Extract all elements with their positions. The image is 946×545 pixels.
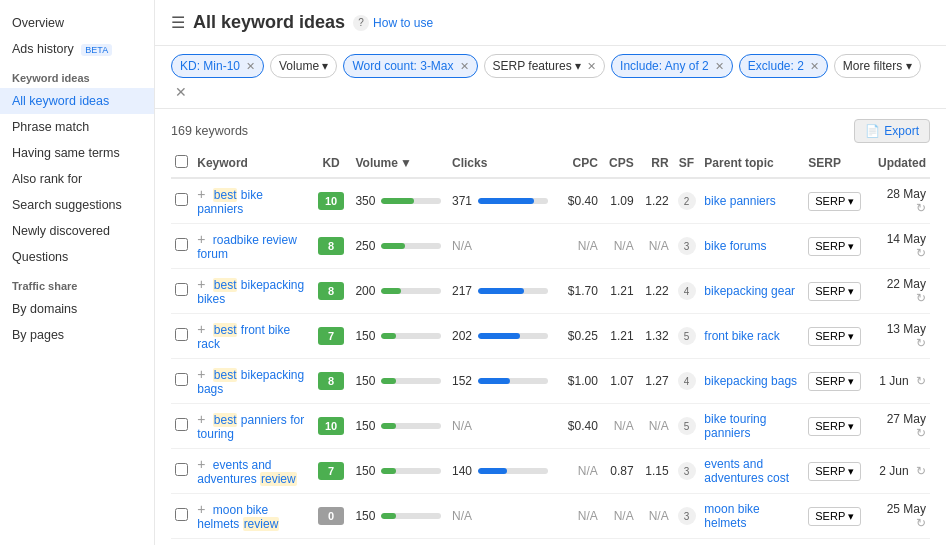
sidebar-item-overview[interactable]: Overview [0,10,154,36]
keyword-link[interactable]: best bikepacking bikes [197,278,304,306]
row-checkbox[interactable] [175,283,188,296]
sidebar-item-ads-history[interactable]: Ads history BETA [0,36,154,62]
filter-chip-include[interactable]: Include: Any of 2 ✕ [611,54,733,78]
sidebar-item-by-domains[interactable]: By domains [0,296,154,322]
add-keyword-button[interactable]: + [197,186,205,202]
col-header-parent-topic[interactable]: Parent topic [700,149,804,178]
hamburger-icon[interactable]: ☰ [171,13,185,32]
sidebar-item-by-pages[interactable]: By pages [0,322,154,348]
cpc-cell: N/A [559,449,602,494]
sf-badge[interactable]: 5 [678,327,696,345]
col-header-updated[interactable]: Updated [868,149,930,178]
refresh-icon[interactable]: ↻ [916,516,926,530]
col-header-keyword[interactable]: Keyword [193,149,310,178]
keyword-link[interactable]: best bikepacking bags [197,368,304,396]
filter-chip-kd-remove[interactable]: ✕ [246,60,255,73]
help-link[interactable]: ? How to use [353,15,433,31]
sf-badge[interactable]: 3 [678,237,696,255]
parent-topic-link[interactable]: bike forums [704,239,766,253]
serp-cell: SERP ▾ [804,359,868,404]
parent-topic-link[interactable]: moon bike helmets [704,502,759,530]
refresh-icon[interactable]: ↻ [916,291,926,305]
row-checkbox[interactable] [175,463,188,476]
serp-button[interactable]: SERP ▾ [808,507,861,526]
filter-chip-include-remove[interactable]: ✕ [715,60,724,73]
sidebar-item-search-suggestions[interactable]: Search suggestions [0,192,154,218]
parent-topic-link[interactable]: bikepacking gear [704,284,795,298]
filter-chip-word-count[interactable]: Word count: 3-Max ✕ [343,54,477,78]
filter-chip-volume[interactable]: Volume ▾ [270,54,337,78]
refresh-icon[interactable]: ↻ [916,464,926,478]
filter-chip-word-count-remove[interactable]: ✕ [460,60,469,73]
sidebar-item-having-same-terms[interactable]: Having same terms [0,140,154,166]
clear-filters-button[interactable]: ✕ [175,84,187,100]
serp-button[interactable]: SERP ▾ [808,327,861,346]
parent-topic-link[interactable]: bike touring panniers [704,412,766,440]
parent-topic-link[interactable]: events and adventures cost [704,457,789,485]
row-checkbox[interactable] [175,418,188,431]
row-checkbox[interactable] [175,508,188,521]
more-filters-button[interactable]: More filters ▾ [834,54,921,78]
parent-topic-link[interactable]: bike panniers [704,194,775,208]
filter-chip-exclude-remove[interactable]: ✕ [810,60,819,73]
keyword-link[interactable]: best front bike rack [197,323,290,351]
export-button[interactable]: 📄 Export [854,119,930,143]
filter-chip-serp-remove[interactable]: ✕ [587,60,596,73]
parent-topic-link[interactable]: bikepacking bags [704,374,797,388]
serp-button[interactable]: SERP ▾ [808,282,861,301]
keyword-link[interactable]: best panniers for touring [197,413,304,441]
col-header-volume[interactable]: Volume ▼ [351,149,448,178]
serp-button[interactable]: SERP ▾ [808,372,861,391]
col-header-kd[interactable]: KD [311,149,352,178]
row-checkbox[interactable] [175,193,188,206]
refresh-icon[interactable]: ↻ [916,426,926,440]
row-checkbox[interactable] [175,328,188,341]
keyword-link[interactable]: best bike panniers [197,188,263,216]
serp-button[interactable]: SERP ▾ [808,417,861,436]
kd-badge: 8 [318,282,344,300]
col-header-rr[interactable]: RR [638,149,673,178]
sidebar-item-questions[interactable]: Questions [0,244,154,270]
col-header-sf[interactable]: SF [673,149,701,178]
col-header-clicks[interactable]: Clicks [448,149,559,178]
col-header-cps[interactable]: CPS [602,149,638,178]
filter-chip-serp-features[interactable]: SERP features ▾ ✕ [484,54,606,78]
add-keyword-button[interactable]: + [197,231,205,247]
sf-badge[interactable]: 5 [678,417,696,435]
add-keyword-button[interactable]: + [197,501,205,517]
sidebar-item-newly-discovered[interactable]: Newly discovered [0,218,154,244]
col-header-serp[interactable]: SERP [804,149,868,178]
sidebar-item-also-rank-for[interactable]: Also rank for [0,166,154,192]
filter-chip-kd[interactable]: KD: Min-10 ✕ [171,54,264,78]
parent-topic-link[interactable]: front bike rack [704,329,779,343]
more-filters-arrow: ▾ [906,59,912,73]
refresh-icon[interactable]: ↻ [916,246,926,260]
filter-chip-exclude[interactable]: Exclude: 2 ✕ [739,54,828,78]
add-keyword-button[interactable]: + [197,276,205,292]
sf-badge[interactable]: 4 [678,282,696,300]
refresh-icon[interactable]: ↻ [916,336,926,350]
sf-badge[interactable]: 3 [678,507,696,525]
refresh-icon[interactable]: ↻ [916,374,926,388]
col-header-cpc[interactable]: CPC [559,149,602,178]
sf-badge[interactable]: 2 [678,192,696,210]
keyword-link[interactable]: roadbike review forum [197,233,297,261]
keyword-link[interactable]: moon bike helmets review [197,503,279,531]
keyword-link[interactable]: events and adventures review [197,458,296,486]
add-keyword-button[interactable]: + [197,321,205,337]
volume-cell: 150 [351,449,448,494]
row-checkbox[interactable] [175,373,188,386]
serp-button[interactable]: SERP ▾ [808,462,861,481]
row-checkbox[interactable] [175,238,188,251]
select-all-checkbox[interactable] [175,155,188,168]
add-keyword-button[interactable]: + [197,456,205,472]
add-keyword-button[interactable]: + [197,366,205,382]
refresh-icon[interactable]: ↻ [916,201,926,215]
sf-badge[interactable]: 4 [678,372,696,390]
serp-button[interactable]: SERP ▾ [808,192,861,211]
add-keyword-button[interactable]: + [197,411,205,427]
sidebar-item-all-keyword-ideas[interactable]: All keyword ideas [0,88,154,114]
serp-button[interactable]: SERP ▾ [808,237,861,256]
sf-badge[interactable]: 3 [678,462,696,480]
sidebar-item-phrase-match[interactable]: Phrase match [0,114,154,140]
